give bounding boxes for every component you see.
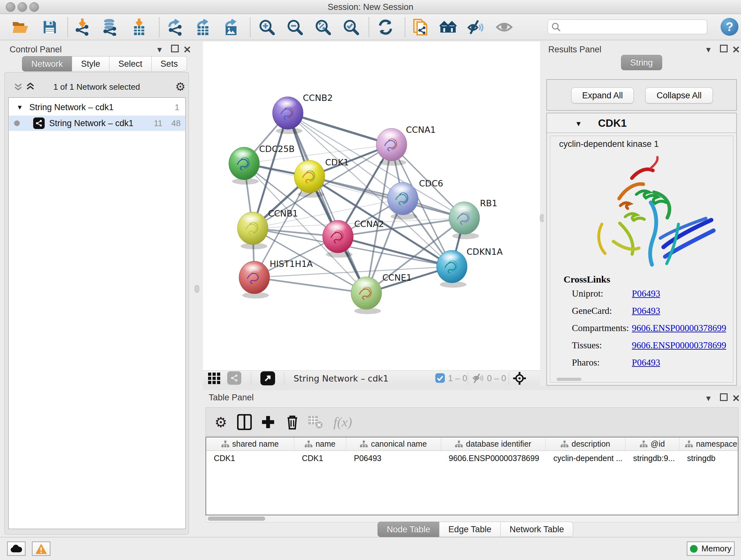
import-table-icon[interactable] [130,18,148,37]
toolbar-separator [250,17,251,37]
network-row-selected[interactable]: String Network – cdk1 11 48 [9,116,185,131]
float-panel-icon[interactable] [720,393,728,403]
collapse-panel-icon[interactable]: ▼ [156,45,163,54]
column-header-shared-name[interactable]: shared name [206,437,294,450]
table-cell[interactable]: CDK1 [206,454,294,463]
open-session-icon[interactable] [11,18,29,37]
horizontal-splitter[interactable] [203,386,741,390]
crosslink-link[interactable]: P06493 [632,357,660,368]
gene-expander-icon[interactable]: ▼ [575,120,582,128]
table-cell[interactable]: stringdb [679,454,738,463]
network-node-CCNA1[interactable] [376,128,407,166]
import-network-from-database-icon[interactable] [100,18,118,37]
export-network-icon[interactable] [166,18,184,37]
results-scrollbar-thumb[interactable] [556,378,582,381]
tab-sets[interactable]: Sets [151,56,187,71]
toolbar-separator [468,372,468,385]
add-column-icon[interactable] [259,413,277,431]
column-header-label: @id [651,439,665,449]
table-scrollbar[interactable] [205,515,738,522]
node-table[interactable]: shared namenamecanonical namedatabase id… [205,437,738,515]
hide-glass-eye-icon[interactable] [467,18,484,37]
crosslink-link[interactable]: P06493 [632,288,660,299]
delete-table-icon[interactable] [306,413,325,431]
import-network-icon[interactable] [73,18,91,37]
table-cell[interactable]: CDK1 [294,454,346,463]
column-header-canonical-name[interactable]: canonical name [346,437,441,450]
warning-button[interactable] [32,542,51,556]
export-image-icon[interactable] [222,18,240,37]
network-node-RB1[interactable] [449,202,480,239]
column-header-@id[interactable]: @id [625,437,679,450]
export-table-icon[interactable] [194,18,212,37]
delete-column-icon[interactable] [283,413,301,431]
tab-string[interactable]: String [621,55,662,70]
show-eye-icon[interactable] [495,18,513,37]
table-cell[interactable]: 9606.ENSP00000378699 [441,454,546,463]
crosslink-link[interactable]: 9606.ENSP00000378699 [632,323,726,333]
column-header-namespace[interactable]: namespace [679,437,738,450]
zoom-fit-icon[interactable] [314,18,332,37]
birds-eye-view-icon[interactable] [208,373,221,384]
tree-expander-icon[interactable]: ▼ [17,104,23,111]
close-panel-icon[interactable]: ✕ [732,44,740,55]
close-panel-icon[interactable]: ✕ [183,44,191,55]
table-row[interactable]: CDK1CDK1P064939606.ENSP00000378699cyclin… [206,451,738,465]
zoom-out-icon[interactable] [286,18,304,37]
network-node-HIST1H1A[interactable] [239,261,270,299]
string-home-icon[interactable] [439,18,457,37]
table-cell[interactable]: P06493 [346,454,441,463]
float-panel-icon[interactable] [720,45,728,54]
network-node-CDKN1A[interactable] [436,250,467,288]
table-scrollbar-thumb[interactable] [208,516,265,521]
network-node-CCNB2[interactable] [273,97,303,134]
save-session-icon[interactable] [41,18,59,37]
tab-network-table[interactable]: Network Table [500,522,574,537]
tab-style[interactable]: Style [72,56,110,71]
zoom-in-icon[interactable] [258,18,276,37]
network-edge-CCNB2-CCNA1[interactable] [288,113,392,145]
help-button[interactable]: ? [721,18,738,36]
network-edge-HIST1H1A-CCNE1[interactable] [254,277,366,293]
crosslink-link[interactable]: P06493 [632,306,660,316]
open-in-browser-icon[interactable] [260,371,275,385]
refresh-icon[interactable] [377,18,394,37]
column-header-database-identifier[interactable]: database identifier [441,437,546,450]
collapse-panel-icon[interactable]: ▼ [704,394,712,403]
tab-network[interactable]: Network [22,56,72,71]
network-collection-row[interactable]: ▼ String Network – cdk1 1 [9,100,185,115]
network-options-gear-icon[interactable]: ⚙ [175,80,185,94]
gene-header-row[interactable]: ▼ CDK1 [547,113,736,133]
memory-button[interactable]: Memory [687,542,735,556]
float-panel-icon[interactable] [171,45,179,54]
collapse-panel-icon[interactable]: ▼ [704,45,712,54]
table-cell[interactable]: stringdb:9... [625,454,679,463]
tab-node-table[interactable]: Node Table [378,522,440,537]
collapse-all-button[interactable]: Collapse All [645,87,713,104]
table-options-gear-icon[interactable]: ⚙ [212,413,230,431]
tab-edge-table[interactable]: Edge Table [439,522,501,537]
table-cell[interactable]: cyclin-dependent ... [546,454,625,463]
column-header-name[interactable]: name [294,437,346,450]
network-node-count: 11 [154,118,162,128]
crosslink-link[interactable]: 9606.ENSP00000378699 [632,340,726,351]
search-input[interactable] [548,19,707,34]
tab-select[interactable]: Select [109,56,151,71]
clone-network-icon[interactable] [412,18,429,37]
column-header-description[interactable]: description [546,437,625,450]
network-canvas[interactable]: CCNB2CCNA1CDC25BCDK1CDC6RB1CCNB1CCNA2CDK… [203,42,540,370]
network-node-CCNE1[interactable] [351,277,382,314]
crosslink-row: Compartments:9606.ENSP00000378699 [550,319,733,336]
network-node-CCNB1[interactable] [238,212,268,249]
zoom-selected-icon[interactable] [342,18,360,37]
function-builder-icon[interactable]: f(x) [328,413,357,431]
close-panel-icon[interactable]: ✕ [732,393,740,404]
selected-checkbox-icon[interactable] [435,373,445,383]
network-node-CDC25B[interactable] [229,147,259,185]
fit-selected-crosshair-icon[interactable] [513,372,526,385]
show-columns-icon[interactable] [235,413,254,431]
cloud-button[interactable] [7,542,25,556]
network-share-icon[interactable] [227,371,241,385]
expand-all-button[interactable]: Expand All [571,87,634,104]
left-splitter-grip[interactable] [195,285,199,293]
